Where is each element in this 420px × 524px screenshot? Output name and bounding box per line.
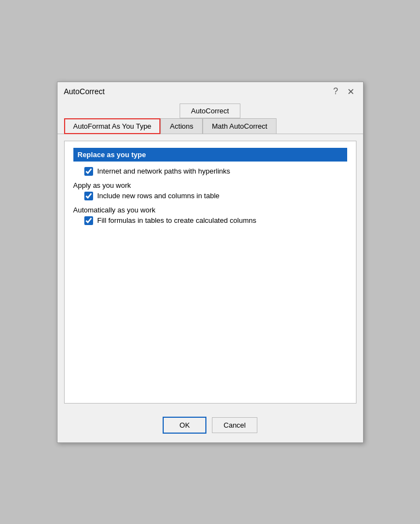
- checkbox-row-2: Include new rows and columns in table: [84, 192, 347, 200]
- content-area: Replace as you type Internet and network…: [64, 141, 356, 404]
- cancel-button[interactable]: Cancel: [212, 417, 257, 433]
- top-tab-row: AutoCorrect: [57, 100, 363, 118]
- dialog-footer: OK Cancel: [57, 410, 363, 442]
- ok-button[interactable]: OK: [163, 417, 206, 434]
- checkbox-table-rows-label: Include new rows and columns in table: [97, 192, 220, 200]
- checkbox-fill-formulas[interactable]: [84, 216, 93, 225]
- section-replace-header: Replace as you type: [73, 148, 347, 162]
- tab-math-autocorrect[interactable]: Math AutoCorrect: [203, 118, 277, 134]
- title-bar-controls: ? ✕: [331, 87, 356, 97]
- checkbox-hyperlinks-label: Internet and network paths with hyperlin…: [97, 167, 231, 175]
- checkbox-hyperlinks[interactable]: [84, 167, 93, 176]
- tab-autoformat[interactable]: AutoFormat As You Type: [64, 118, 161, 134]
- checkbox-row-1: Internet and network paths with hyperlin…: [84, 167, 347, 176]
- autocorrect-dialog: AutoCorrect ? ✕ AutoCorrect AutoFormat A…: [57, 82, 364, 443]
- tab-autocorrect[interactable]: AutoCorrect: [180, 103, 240, 118]
- section-auto-label: Automatically as you work: [73, 206, 347, 214]
- dialog-body: Replace as you type Internet and network…: [57, 134, 363, 410]
- checkbox-table-rows[interactable]: [84, 192, 93, 200]
- dialog-title: AutoCorrect: [64, 87, 105, 96]
- tab-actions[interactable]: Actions: [160, 118, 203, 134]
- close-icon[interactable]: ✕: [345, 87, 356, 97]
- help-icon[interactable]: ?: [331, 87, 341, 96]
- bottom-tab-row: AutoFormat As You Type Actions Math Auto…: [57, 118, 363, 134]
- title-bar: AutoCorrect ? ✕: [57, 82, 363, 100]
- checkbox-fill-formulas-label: Fill formulas in tables to create calcul…: [97, 216, 256, 224]
- checkbox-row-3: Fill formulas in tables to create calcul…: [84, 216, 347, 225]
- section-apply-label: Apply as you work: [73, 181, 347, 189]
